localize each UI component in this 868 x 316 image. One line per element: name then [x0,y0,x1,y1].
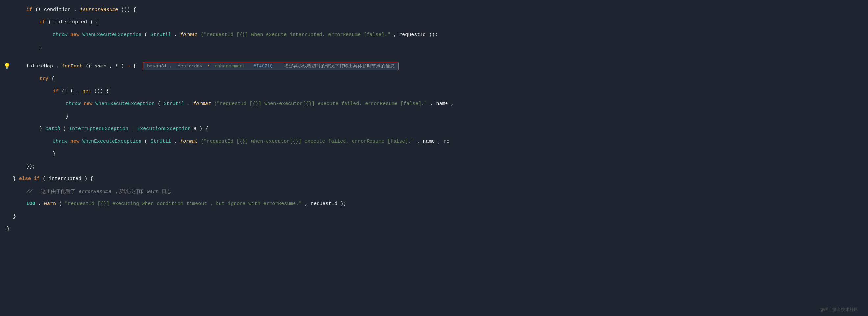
punc: ( [145,139,147,144]
arrow-icon: → [127,63,130,69]
comment-body2: ，所以只打印 [114,189,144,195]
punc: } [53,151,56,157]
class-ExecutionException: ExecutionException [137,126,190,132]
code-line-foreach: 💡 futureMap . forEach (( name , f ) → { … [0,60,868,73]
annotation-dot: • [207,63,210,69]
line-content: futureMap . forEach (( name , f ) → { br… [0,63,399,69]
code-line: } [0,147,868,160]
punc: | [131,126,137,132]
punc: , [430,101,436,107]
punc: (! [35,7,41,12]
class-InterruptedException: InterruptedException [69,126,128,132]
code-line: LOG . warn ( "requestId [{}] executing w… [0,198,868,210]
var-condition: condition [44,7,71,12]
keyword-if: if [26,7,32,12]
line-content: } [0,114,69,119]
line-content: if ( interrupted ) { [0,20,99,25]
keyword-try: try [39,76,49,82]
string-literal: "requestId [{}] executing when condition… [65,201,302,207]
class-WhenExecuteException: WhenExecuteException [95,101,155,107]
punc: ); [340,201,346,207]
punc: ( [158,101,161,107]
method-warn: warn [44,201,56,207]
punc: (( [86,63,91,69]
punc: , re [438,139,450,144]
punc: , [451,101,454,107]
class-LOG: LOG [26,201,35,207]
punc: . [76,89,79,94]
method-forEach: forEach [62,63,83,69]
line-content: } catch ( InterruptedException | Executi… [0,126,208,132]
punc: } [13,176,19,182]
annotation-issue: #I4GZ1Q [253,63,273,69]
watermark: @稀土掘金技术社区 [819,307,858,313]
code-editor: if (! condition . isErrorResume ()) { if… [0,0,868,316]
punc: } [66,114,69,119]
git-annotation-box: bryan31 , Yesterday • enhancement #I4GZ1… [143,62,399,70]
punc: )); [429,32,438,37]
method-format: format [180,139,198,144]
annotation-author: bryan31 [147,63,166,69]
code-line: throw new WhenExecuteException ( StrUtil… [0,97,868,110]
keyword-if: if [53,89,59,94]
punc: , [109,63,115,69]
keyword-else: else [19,176,31,182]
punc: , [305,201,311,207]
keyword-if: if [39,20,45,25]
param-f: f [115,63,118,69]
annotation-time: Yesterday [178,63,203,69]
class-StrUtil: StrUtil [150,32,171,37]
line-content: } [0,45,42,50]
code-line: } else if ( interrupted ) { [0,172,868,185]
code-line: } catch ( InterruptedException | Executi… [0,122,868,135]
var-futureMap: futureMap [26,63,53,69]
line-content: throw new WhenExecuteException ( StrUtil… [0,101,454,107]
hint-icon: 💡 [3,62,10,70]
annotation-description: 增强异步线程超时的情况下打印出具体超时节点的信息 [284,63,395,69]
punc: ( [43,176,46,182]
punc: ) { [90,20,99,25]
class-StrUtil: StrUtil [163,101,184,107]
var-interrupted: interrupted [54,20,87,25]
punc: ( [63,126,66,132]
var-interrupted2: interrupted [49,176,81,182]
code-line: throw new WhenExecuteException ( StrUtil… [0,28,868,41]
code-line: if (! f . get ()) { [0,85,868,97]
var-f: f [70,89,73,94]
keyword-new: new [70,139,79,144]
punc: ( [59,201,62,207]
keyword-throw: throw [66,101,81,107]
var-requestId: requestId [399,32,426,37]
punc: . [187,101,190,107]
code-line-comment: // 这里由于配置了 errorResume ，所以只打印 warn 日志 [0,185,868,198]
punc: } [39,45,42,50]
keyword-if: if [34,176,40,182]
code-line: } [0,110,868,122]
punc: . [74,7,77,12]
code-line: } [0,210,868,223]
punc: , [393,32,399,37]
punc: ) { [199,126,208,132]
line-content: try { [0,76,54,82]
code-line: if ( interrupted ) { [0,16,868,28]
comment-body: 这里由于配置了 [35,189,76,195]
class-WhenExecuteException: WhenExecuteException [82,32,142,37]
comment-warn: warn [147,189,159,195]
annotation-tag: enhancement [215,63,245,69]
line-content: } [0,213,16,219]
code-line: } [0,41,868,53]
keyword-new: new [84,101,92,107]
punc: ( [145,32,147,37]
punc: ) { [84,176,93,182]
class-WhenExecuteException: WhenExecuteException [82,139,142,144]
method-get: get [82,89,91,94]
punc: . [174,32,177,37]
punc: ( [49,20,51,25]
method-format: format [180,32,198,37]
code-line: throw new WhenExecuteException ( StrUtil… [0,135,868,147]
punc: ()) { [94,89,109,94]
comment-body3: 日志 [161,189,172,195]
string-literal: ("requestId [{}] when execute interrupte… [201,32,390,37]
keyword-new: new [70,32,79,37]
comment-errorResume: errorResume [79,189,111,195]
